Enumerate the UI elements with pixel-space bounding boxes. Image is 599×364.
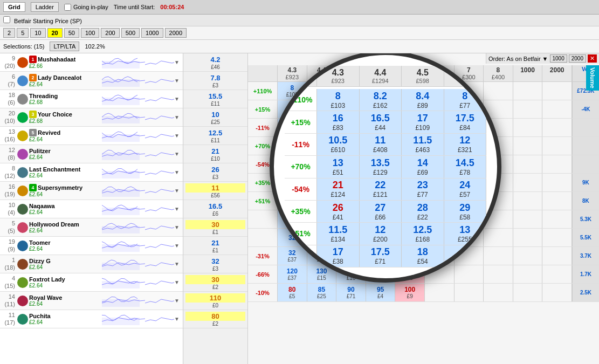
sel-dropdown[interactable]: ▼	[174, 114, 182, 120]
sel-dropdown[interactable]: ▼	[174, 59, 182, 65]
magnifier-cell[interactable]: 11£408	[360, 134, 402, 155]
stake-btn-5[interactable]: 5	[17, 28, 29, 38]
grid-cell[interactable]: 120£37	[278, 265, 307, 283]
ltp-price-cell[interactable]: 15.5 £11	[185, 92, 245, 107]
ltp-price-cell[interactable]: 4.2 £46	[185, 55, 245, 70]
magnifier-cell[interactable]: 10.5£610	[317, 134, 360, 155]
ltp-price-cell[interactable]: 10 £25	[185, 110, 245, 125]
volume-button[interactable]: Volume	[586, 65, 599, 91]
stake-btn-1000[interactable]: 1000	[141, 28, 163, 38]
magnifier-cell[interactable]: 14£69	[402, 156, 444, 177]
magnifier-cell[interactable]: 17£109	[402, 111, 444, 133]
magnifier-cell[interactable]: 18£54	[402, 245, 444, 267]
magnifier-cell[interactable]: 8£103	[317, 89, 360, 111]
tab-grid[interactable]: Grid	[3, 2, 25, 12]
sel-name[interactable]: Revived	[38, 129, 60, 136]
tab-ladder[interactable]: Ladder	[31, 2, 59, 12]
stake-btn-200[interactable]: 200	[101, 28, 119, 38]
sel-name[interactable]: Royal Wave	[29, 294, 62, 301]
magnifier-cell[interactable]: 23£77	[402, 178, 444, 200]
sel-dropdown[interactable]: ▼	[174, 169, 182, 175]
ltp-price-cell[interactable]: 30 £2	[185, 275, 245, 290]
sel-dropdown[interactable]: ▼	[174, 279, 182, 285]
sel-dropdown[interactable]: ▼	[174, 78, 182, 84]
stake-btn-500[interactable]: 500	[121, 28, 140, 38]
sel-name[interactable]: Supersymmetry	[38, 184, 82, 191]
magnifier-cell[interactable]: 27£66	[360, 201, 402, 222]
ltp-price-cell[interactable]: 21 £1	[185, 238, 245, 253]
magnifier-cell[interactable]: 13.5£129	[360, 156, 402, 177]
grid-cell[interactable]: 90£71	[336, 284, 366, 301]
stake-btn-20[interactable]: 20	[47, 28, 63, 38]
stake-btn-50[interactable]: 50	[64, 28, 79, 38]
sel-name[interactable]: Naqaawa	[29, 203, 55, 209]
stake-btn-2000[interactable]: 2000	[165, 28, 187, 38]
magnifier-cell[interactable]: 16£83	[317, 111, 360, 133]
sel-dropdown[interactable]: ▼	[174, 261, 182, 267]
magnifier-cell[interactable]: 11.5£134	[317, 223, 360, 244]
ltp-price-cell[interactable]: 30 £1	[185, 220, 245, 235]
magnifier-cell[interactable]: 8.4£89	[402, 89, 444, 111]
ltp-price-cell[interactable]: 11 £56	[185, 183, 245, 198]
sp-checkbox[interactable]	[3, 16, 10, 23]
sel-name[interactable]: Threading	[29, 93, 58, 99]
sel-dropdown[interactable]: ▼	[174, 224, 182, 230]
magnifier-cell[interactable]: 29£58	[444, 201, 487, 222]
sel-dropdown[interactable]: ▼	[174, 96, 182, 102]
sel-dropdown[interactable]: ▼	[174, 316, 182, 322]
stake-btn-10[interactable]: 10	[30, 28, 45, 38]
sel-name[interactable]: Last Enchantment	[29, 166, 80, 173]
sel-name[interactable]: Dizzy G	[29, 258, 51, 264]
ltp-price-cell[interactable]: 12.5 £11	[185, 128, 245, 143]
ltp-price-cell[interactable]: 80 £2	[185, 312, 245, 327]
ltp-price-cell[interactable]: 26 £3	[185, 165, 245, 180]
sel-dropdown[interactable]: ▼	[174, 133, 182, 139]
grid-cell[interactable]: 85£25	[307, 284, 337, 301]
sel-dropdown[interactable]: ▼	[174, 298, 182, 304]
grid-cell[interactable]: 100£9	[395, 284, 425, 301]
magnifier-cell[interactable]: 22£121	[360, 178, 402, 200]
magnifier-cell[interactable]: 12.5£168	[402, 223, 444, 244]
sel-dropdown[interactable]: ▼	[174, 243, 182, 249]
sel-name[interactable]: Your Choice	[38, 111, 72, 118]
magnifier-cell[interactable]: 17.5£71	[360, 245, 402, 267]
sel-name[interactable]: Toomer	[29, 239, 51, 246]
magnifier-cell[interactable]: 8.2£162	[360, 89, 402, 111]
order-dropdown-icon[interactable]: ▼	[542, 56, 548, 62]
sel-name[interactable]: Mushahadaat	[38, 56, 75, 63]
btn-2000[interactable]: 2000	[569, 54, 586, 63]
stake-btn-100[interactable]: 100	[81, 28, 99, 38]
magnifier-cell[interactable]: 21£124	[317, 178, 360, 200]
stake-btn-2[interactable]: 2	[3, 28, 15, 38]
ltp-price-cell[interactable]: 16.5 £6	[185, 202, 245, 217]
magnifier-cell[interactable]: 12£200	[360, 223, 402, 244]
sel-name[interactable]: Pulitzer	[29, 148, 51, 154]
sel-name[interactable]: Lady Dancealot	[38, 74, 81, 81]
btn-1000[interactable]: 1000	[550, 54, 567, 63]
ltp-price-cell[interactable]: 21 £10	[185, 147, 245, 162]
going-in-play-checkbox[interactable]	[64, 4, 71, 11]
grid-cell[interactable]: 80£5	[278, 284, 307, 301]
close-button[interactable]: ✕	[588, 54, 597, 63]
magnifier-cell[interactable]: 17.5£84	[444, 111, 487, 133]
sel-dropdown[interactable]: ▼	[174, 188, 182, 194]
sel-name[interactable]: Puchita	[29, 313, 51, 319]
ltp-price-cell[interactable]: 110 £0	[185, 293, 245, 308]
sel-name[interactable]: Foxtrot Lady	[29, 276, 65, 283]
magnifier-cell[interactable]: 28£22	[402, 201, 444, 222]
sel-dropdown[interactable]: ▼	[174, 151, 182, 157]
ltp-price-cell[interactable]: 7.8 £3	[185, 73, 245, 88]
sel-name[interactable]: Hollywood Dream	[29, 221, 79, 228]
magnifier-cell[interactable]: 14.5£78	[444, 156, 487, 177]
ltp-price-cell[interactable]: 32 £3	[185, 257, 245, 272]
magnifier-cell[interactable]: 24£57	[444, 178, 487, 200]
magnifier-cell[interactable]: 13£51	[317, 156, 360, 177]
grid-cell[interactable]: 32£37	[278, 247, 307, 265]
magnifier-cell[interactable]: 11.5£463	[402, 134, 444, 155]
grid-cell[interactable]: 95£4	[366, 284, 396, 301]
magnifier-cell[interactable]: 12£321	[444, 134, 487, 155]
magnifier-cell[interactable]: 16.5£44	[360, 111, 402, 133]
magnifier-cell[interactable]: 17£38	[317, 245, 360, 267]
magnifier-cell[interactable]: 26£41	[317, 201, 360, 222]
sel-dropdown[interactable]: ▼	[174, 206, 182, 212]
